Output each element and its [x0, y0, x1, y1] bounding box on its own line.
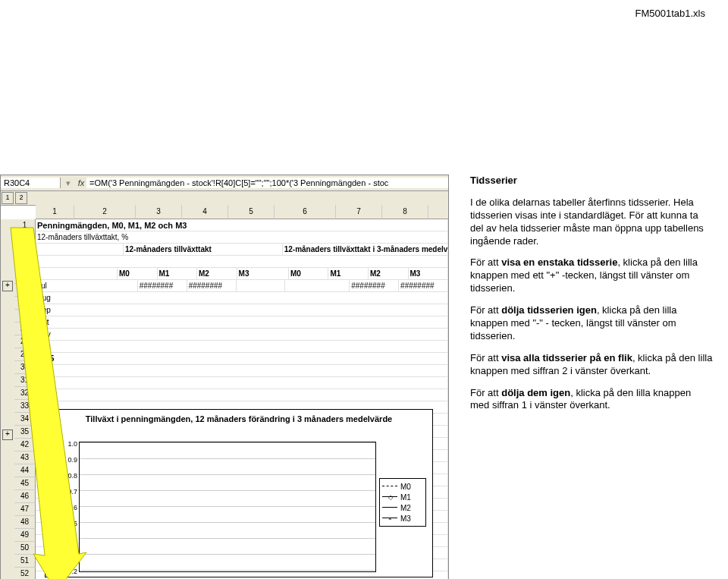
- outline-column-row: 1 2: [1, 191, 448, 206]
- column-header[interactable]: 9: [428, 205, 449, 219]
- svg-marker-0: [11, 228, 86, 579]
- legend-item: M0: [382, 481, 423, 492]
- dropdown-icon[interactable]: ▾: [61, 178, 76, 188]
- column-header[interactable]: 7: [336, 205, 382, 219]
- cell[interactable]: ########: [350, 280, 399, 292]
- cell[interactable]: ########: [399, 280, 448, 292]
- chart-plot-area: [79, 442, 376, 572]
- cell[interactable]: 12-månaders tillväxttakt i 3-månaders me…: [283, 244, 448, 256]
- cell[interactable]: M3: [409, 268, 449, 280]
- instruction-p3: För att dölja tidsserien igen, klicka på…: [470, 304, 713, 343]
- cell[interactable]: M0: [118, 268, 158, 280]
- cell[interactable]: M0: [289, 268, 329, 280]
- column-header[interactable]: 5: [228, 205, 275, 219]
- cell[interactable]: 2005: [36, 353, 448, 365]
- column-header[interactable]: 3: [136, 205, 182, 219]
- chart-legend: M0◇M1M2×M3: [379, 478, 426, 527]
- outline-level-1[interactable]: 1: [2, 192, 14, 204]
- cell[interactable]: ########: [138, 280, 187, 292]
- column-header[interactable]: 2: [74, 205, 136, 219]
- cell-reference[interactable]: R30C4: [1, 178, 61, 188]
- instruction-p4: För att visa alla tidsserier på en flik,…: [470, 352, 713, 378]
- legend-item: ×M3: [382, 513, 423, 524]
- cell[interactable]: 12-månaders tillväxttakt: [124, 244, 283, 256]
- cell[interactable]: Aug: [36, 292, 448, 304]
- main-area: R30C4 ▾ fx =OM('3 Penningmängden - stock…: [0, 175, 728, 579]
- instruction-text: Tidsserier I de olika delarnas tabeller …: [470, 175, 713, 421]
- column-header[interactable]: 1: [36, 205, 74, 219]
- cell[interactable]: M3: [237, 268, 289, 280]
- cell[interactable]: 12-månaders tillväxttakt, %: [36, 231, 448, 244]
- cell[interactable]: M2: [369, 268, 409, 280]
- cell[interactable]: [237, 280, 286, 292]
- page-filename: FM5001tab1.xls: [635, 8, 706, 19]
- chart-title: Tillväxt i penningmängden, 12 månaders f…: [46, 410, 432, 428]
- instruction-p1: I de olika delarnas tabeller återfinns t…: [470, 197, 713, 248]
- instruction-p2: För att visa en enstaka tidsserie, klick…: [470, 256, 713, 295]
- cell[interactable]: Okt: [36, 316, 448, 329]
- cell[interactable]: Feb: [36, 377, 448, 389]
- formula-bar: R30C4 ▾ fx =OM('3 Penningmängden - stock…: [1, 175, 448, 191]
- cell[interactable]: Dec: [36, 341, 448, 353]
- cell[interactable]: Sep: [36, 304, 448, 316]
- cell[interactable]: Jan: [36, 365, 448, 377]
- cell[interactable]: [285, 280, 350, 292]
- column-headers: 12345678910: [36, 205, 449, 219]
- fx-icon[interactable]: fx: [76, 178, 86, 187]
- formula-content[interactable]: =OM('3 Penningmängden - stock'!R[40]C[5]…: [86, 178, 448, 188]
- embedded-chart[interactable]: Tillväxt i penningmängden, 12 månaders f…: [45, 409, 433, 577]
- column-header[interactable]: 6: [275, 205, 336, 219]
- outline-level-2[interactable]: 2: [15, 192, 27, 204]
- instruction-p5: För att dölja dem igen, klicka på den li…: [470, 387, 713, 413]
- legend-item: ◇M1: [382, 492, 423, 502]
- legend-item: M2: [382, 502, 423, 513]
- cell[interactable]: ########: [187, 280, 237, 292]
- cell[interactable]: M2: [197, 268, 237, 280]
- cell[interactable]: Nov: [36, 329, 448, 341]
- cell[interactable]: Mar: [36, 389, 448, 401]
- cell[interactable]: [36, 256, 448, 268]
- cell[interactable]: M1: [158, 268, 198, 280]
- cell[interactable]: Penningmängden, M0, M1, M2 och M3: [36, 219, 448, 231]
- column-header[interactable]: 8: [382, 205, 428, 219]
- instruction-heading: Tidsserier: [470, 175, 517, 186]
- callout-arrow: [3, 228, 86, 579]
- column-header[interactable]: 4: [182, 205, 228, 219]
- cell[interactable]: M1: [328, 268, 369, 280]
